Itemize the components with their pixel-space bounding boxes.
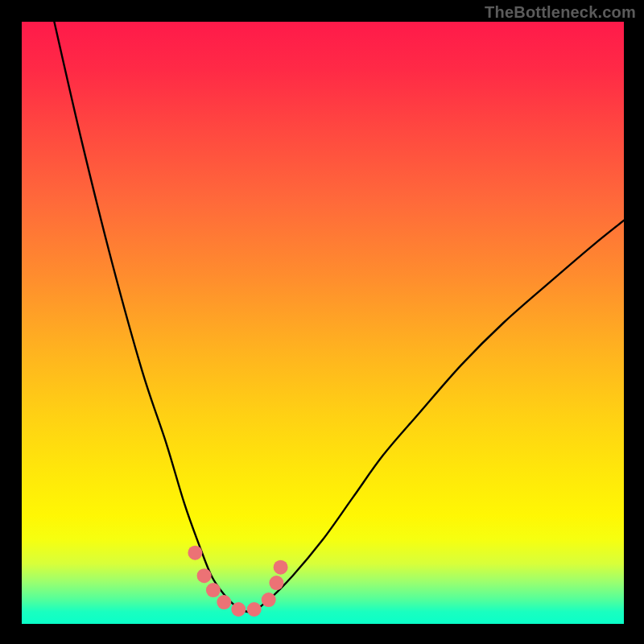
curve-marker — [206, 583, 221, 597]
curve-marker — [269, 576, 283, 590]
curve-marker — [247, 602, 262, 617]
chart-plot-svg — [22, 22, 624, 624]
curve-marker — [274, 560, 288, 575]
curve-marker — [188, 546, 202, 560]
curve-marker — [217, 595, 231, 609]
chart-frame: TheBottleneck.com — [0, 0, 644, 644]
curve-marker — [262, 592, 276, 607]
bottleneck-curve — [54, 22, 624, 612]
curve-marker — [197, 568, 212, 583]
attribution-watermark: TheBottleneck.com — [485, 3, 636, 22]
curve-marker — [231, 602, 246, 617]
